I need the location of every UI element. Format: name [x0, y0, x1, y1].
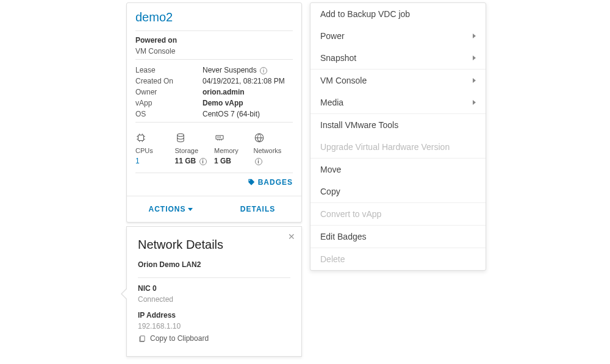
- storage-label: Storage: [175, 147, 215, 154]
- storage-icon: [175, 132, 215, 143]
- storage-value: 11 GB: [175, 157, 196, 165]
- menu-copy[interactable]: Copy: [310, 180, 486, 202]
- nic-label: NIC 0: [138, 284, 290, 293]
- menu-upgrade-virtual-hardware: Upgrade Virtual Hardware Version: [310, 136, 486, 158]
- networks-label: Networks: [254, 147, 293, 154]
- menu-media[interactable]: Media: [310, 91, 486, 113]
- vapp-value: Demo vApp: [203, 99, 293, 107]
- svg-point-9: [177, 134, 184, 137]
- menu-delete: Delete: [310, 248, 486, 270]
- info-icon[interactable]: i: [199, 158, 207, 165]
- tag-icon: [247, 178, 256, 187]
- cpu-icon: [135, 132, 175, 143]
- network-name: Orion Demo LAN2: [138, 260, 290, 274]
- vm-properties: Lease Never Suspends i Created On 04/19/…: [135, 65, 293, 120]
- close-icon[interactable]: ✕: [288, 232, 295, 241]
- menu-snapshot[interactable]: Snapshot: [310, 47, 486, 69]
- memory-icon: [214, 132, 254, 143]
- created-value: 04/19/2021, 08:21:08 PM: [203, 77, 293, 85]
- created-label: Created On: [135, 77, 203, 85]
- vm-power-status: Powered on: [135, 36, 293, 45]
- clipboard-icon: [138, 334, 146, 343]
- menu-install-vmware-tools[interactable]: Install VMware Tools: [310, 114, 486, 136]
- vm-title[interactable]: demo2: [135, 10, 293, 28]
- lease-label: Lease: [135, 66, 203, 74]
- svg-rect-0: [138, 135, 144, 141]
- menu-edit-badges[interactable]: Edit Badges: [310, 226, 486, 248]
- badges-link[interactable]: BADGES: [247, 178, 293, 187]
- chevron-right-icon: [473, 100, 476, 105]
- nic-status: Connected: [138, 295, 290, 304]
- menu-power[interactable]: Power: [310, 25, 486, 47]
- ip-address-label: IP Address: [138, 311, 290, 319]
- chevron-right-icon: [473, 78, 476, 83]
- chevron-right-icon: [473, 55, 476, 60]
- info-icon[interactable]: i: [255, 158, 262, 165]
- memory-value: 1 GB: [214, 157, 254, 165]
- menu-convert-to-vapp: Convert to vApp: [310, 203, 486, 225]
- chevron-right-icon: [473, 34, 476, 38]
- svg-rect-10: [216, 135, 223, 139]
- network-details-title: Network Details: [138, 238, 290, 252]
- actions-button[interactable]: ACTIONS: [127, 196, 214, 222]
- menu-move[interactable]: Move: [310, 159, 486, 180]
- menu-vm-console[interactable]: VM Console: [310, 70, 486, 91]
- network-icon: [254, 132, 293, 143]
- actions-context-menu: Add to Backup VDC job Power Snapshot VM …: [310, 2, 486, 271]
- network-details-popover: ✕ Network Details Orion Demo LAN2 NIC 0 …: [126, 226, 302, 357]
- vm-resources: CPUs 1 Storage 11 GB i: [135, 127, 293, 170]
- vm-card: demo2 Powered on VM Console Lease Never …: [126, 2, 302, 223]
- lease-value: Never Suspends: [203, 66, 257, 74]
- cpus-value[interactable]: 1: [135, 157, 175, 165]
- owner-label: Owner: [135, 88, 203, 96]
- ip-address-value: 192.168.1.10: [138, 322, 290, 330]
- os-label: OS: [135, 110, 203, 118]
- info-icon[interactable]: i: [260, 67, 267, 74]
- vapp-label: vApp: [135, 99, 203, 107]
- owner-value: orion.admin: [203, 88, 293, 96]
- memory-label: Memory: [214, 147, 254, 154]
- vm-console-link[interactable]: VM Console: [135, 47, 293, 55]
- menu-add-to-backup[interactable]: Add to Backup VDC job: [310, 3, 486, 25]
- copy-to-clipboard-button[interactable]: Copy to Clipboard: [138, 334, 290, 343]
- cpus-label: CPUs: [135, 147, 175, 154]
- svg-rect-18: [140, 336, 145, 341]
- os-value: CentOS 7 (64-bit): [203, 110, 293, 118]
- details-button[interactable]: DETAILS: [214, 196, 301, 222]
